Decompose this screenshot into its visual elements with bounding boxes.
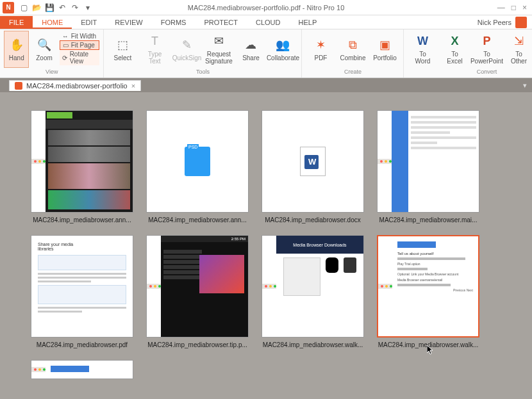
select-icon: ⬚ xyxy=(115,38,130,53)
doctab-dropdown-icon[interactable]: ▾ xyxy=(523,81,532,90)
portfolio-item[interactable]: MAC284.imp_mediabrowser.ann... xyxy=(146,110,249,224)
portfolio-grid: MAC284.imp_mediabrowser.ann... MAC284.im… xyxy=(31,110,501,379)
open-icon[interactable]: 📂 xyxy=(31,2,42,13)
doc-tab-icon xyxy=(15,82,22,90)
ribbon-group-tools: ⬚Select TType Text ✎QuickSign ✉Request S… xyxy=(104,29,302,77)
item-caption: MAC284.imp_mediabrowser.tip.p... xyxy=(147,341,247,348)
item-caption: MAC284.imp_mediabrowser.walk... xyxy=(378,341,479,348)
ribbon-group-convert: WTo Word XTo Excel PTo PowerPoint ⇲To Ot… xyxy=(404,29,532,77)
request-signature-icon: ✉ xyxy=(211,34,226,49)
item-caption: MAC284.imp_mediabrowser.ann... xyxy=(33,216,131,224)
fit-width-icon: ↔ xyxy=(62,33,69,40)
item-caption: MAC284.imp_mediabrowser.docx xyxy=(265,216,361,224)
item-caption: MAC284.imp_mediabrowser.pdf xyxy=(37,341,128,348)
pdf-button[interactable]: ✶PDF xyxy=(306,31,335,68)
tab-home[interactable]: HOME xyxy=(33,16,72,29)
combine-button[interactable]: ⧉Combine xyxy=(338,31,367,68)
portfolio-item[interactable]: MAC284.imp_mediabrowser.ann... xyxy=(31,110,133,224)
portfolio-item[interactable]: MAC284.imp_mediabrowser.mai... xyxy=(377,110,479,224)
to-other-icon: ⇲ xyxy=(511,34,526,49)
save-icon[interactable]: 💾 xyxy=(44,2,55,13)
quicksign-icon: ✎ xyxy=(179,38,194,53)
collaborate-button[interactable]: 👥Collaborate xyxy=(268,31,297,68)
pdf-icon: ✶ xyxy=(313,38,328,53)
tab-cloud[interactable]: CLOUD xyxy=(247,16,290,29)
excel-icon: X xyxy=(447,34,462,49)
quick-access-toolbar: N ▢ 📂 💾 ↶ ↷ ▾ xyxy=(0,2,94,13)
ribbon-group-view: ✋ Hand 🔍 Zoom ↔Fit Width ▭Fit Page ⟳Rota… xyxy=(0,29,104,77)
share-button[interactable]: ☁Share xyxy=(236,31,265,68)
to-other-button[interactable]: ⇲To Other xyxy=(504,31,532,68)
select-button[interactable]: ⬚Select xyxy=(108,31,137,68)
request-signature-button[interactable]: ✉Request Signature xyxy=(204,31,233,68)
document-tab-bar: MAC284.mediabrowser-portfolio × ▾ xyxy=(0,78,532,92)
portfolio-item[interactable]: 2:55 PM MAC284.imp_mediabrowser.tip.p... xyxy=(146,235,249,348)
document-tab[interactable]: MAC284.mediabrowser-portfolio × xyxy=(9,80,141,91)
item-caption: MAC284.imp_mediabrowser.walk... xyxy=(263,341,363,348)
portfolio-button[interactable]: ▣Portfolio xyxy=(370,31,399,68)
app-icon: N xyxy=(3,2,14,13)
tab-forms[interactable]: FORMS xyxy=(152,16,195,29)
doc-tab-close-icon[interactable]: × xyxy=(131,82,135,90)
maximize-button[interactable]: □ xyxy=(511,3,516,12)
to-excel-button[interactable]: XTo Excel xyxy=(440,31,469,68)
hand-icon: ✋ xyxy=(9,38,24,53)
fit-width-button[interactable]: ↔Fit Width xyxy=(60,32,100,40)
window-controls: — □ × xyxy=(497,3,532,12)
redo-icon[interactable]: ↷ xyxy=(69,2,81,13)
quicksign-button[interactable]: ✎QuickSign xyxy=(172,31,201,68)
zoom-button[interactable]: 🔍 Zoom xyxy=(31,31,56,68)
new-icon[interactable]: ▢ xyxy=(18,2,29,13)
tab-review[interactable]: REVIEW xyxy=(106,16,151,29)
ribbon: ✋ Hand 🔍 Zoom ↔Fit Width ▭Fit Page ⟳Rota… xyxy=(0,29,532,78)
combine-icon: ⧉ xyxy=(345,38,360,53)
to-powerpoint-button[interactable]: PTo PowerPoint xyxy=(472,31,501,68)
user-avatar-icon xyxy=(515,17,527,28)
user-area[interactable]: Nick Peers xyxy=(478,17,532,28)
tab-help[interactable]: HELP xyxy=(290,16,326,29)
portfolio-item-selected[interactable]: Tell us about yourselfPlay Trial optionO… xyxy=(377,235,479,348)
portfolio-item[interactable]: Share your media libraries MAC284.imp_me… xyxy=(31,235,133,348)
undo-icon[interactable]: ↶ xyxy=(56,2,68,13)
fit-page-icon: ▭ xyxy=(63,42,69,49)
portfolio-icon: ▣ xyxy=(377,38,392,53)
type-text-icon: T xyxy=(147,34,162,49)
minimize-button[interactable]: — xyxy=(497,3,505,12)
menu-bar: FILE HOME EDIT REVIEW FORMS PROTECT CLOU… xyxy=(0,15,532,29)
word-icon: W xyxy=(415,34,430,49)
zoom-icon: 🔍 xyxy=(37,38,52,53)
fit-page-button[interactable]: ▭Fit Page xyxy=(60,40,100,50)
qat-dropdown-icon[interactable]: ▾ xyxy=(82,2,94,13)
to-word-button[interactable]: WTo Word xyxy=(408,31,437,68)
hand-tool-button[interactable]: ✋ Hand xyxy=(4,31,29,68)
collaborate-icon: 👥 xyxy=(275,38,290,53)
share-icon: ☁ xyxy=(243,38,258,53)
portfolio-item[interactable]: Media Browser Downloads MAC284.imp_media… xyxy=(262,235,364,348)
close-button[interactable]: × xyxy=(522,3,527,12)
powerpoint-icon: P xyxy=(479,34,494,49)
portfolio-workspace[interactable]: MAC284.imp_mediabrowser.ann... MAC284.im… xyxy=(0,92,532,399)
item-caption: MAC284.imp_mediabrowser.mai... xyxy=(379,216,478,224)
file-menu[interactable]: FILE xyxy=(0,16,33,29)
window-title: MAC284.mediabrowser-portfolio.pdf - Nitr… xyxy=(188,4,345,12)
portfolio-item[interactable]: MAC284.imp_mediabrowser.docx xyxy=(262,110,364,224)
type-text-button[interactable]: TType Text xyxy=(140,31,169,68)
title-bar: N ▢ 📂 💾 ↶ ↷ ▾ MAC284.mediabrowser-portfo… xyxy=(0,0,532,15)
portfolio-item[interactable] xyxy=(31,360,133,379)
item-caption: MAC284.imp_mediabrowser.ann... xyxy=(148,216,246,224)
user-name: Nick Peers xyxy=(478,19,511,26)
ribbon-group-create: ✶PDF ⧉Combine ▣Portfolio Create xyxy=(302,29,404,77)
tab-edit[interactable]: EDIT xyxy=(72,16,106,29)
doc-tab-label: MAC284.mediabrowser-portfolio xyxy=(26,82,128,90)
rotate-icon: ⟳ xyxy=(62,54,67,61)
tab-protect[interactable]: PROTECT xyxy=(195,16,247,29)
rotate-view-button[interactable]: ⟳Rotate View xyxy=(60,50,100,65)
